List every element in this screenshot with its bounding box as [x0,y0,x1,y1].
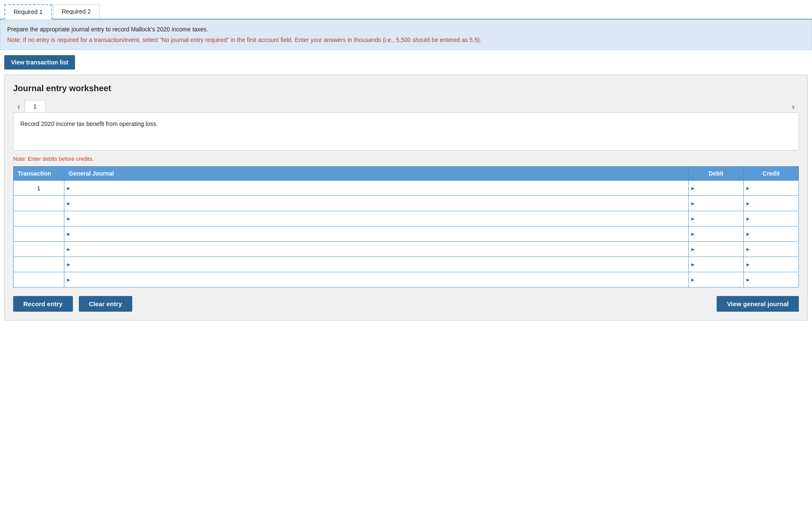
dropdown-arrow-icon: ► [689,246,697,252]
debit-input[interactable] [697,260,743,270]
dropdown-arrow-icon: ► [744,201,752,207]
debit-input[interactable] [697,275,743,285]
transaction-cell: 1 [14,181,64,196]
dropdown-arrow-icon: ► [64,201,73,207]
dropdown-arrow-icon: ► [744,246,752,252]
general-journal-cell[interactable]: ► [64,242,689,257]
general-journal-cell[interactable]: ► [64,196,689,211]
debit-input[interactable] [697,229,743,239]
transaction-cell [14,211,64,226]
credit-cell[interactable]: ► [744,257,799,272]
dropdown-arrow-icon: ► [689,277,697,283]
bottom-buttons: Record entry Clear entry View general jo… [13,296,799,312]
credit-input[interactable] [752,198,798,209]
transaction-cell [14,257,64,272]
transaction-cell [14,272,64,288]
dropdown-arrow-icon: ► [689,216,697,222]
transaction-cell [14,226,64,242]
credit-cell[interactable]: ► [744,196,799,211]
transaction-cell [14,196,64,211]
general-journal-cell[interactable]: ► [64,226,689,242]
dropdown-arrow-icon: ► [744,185,752,191]
credit-input[interactable] [752,275,798,285]
debit-input[interactable] [697,198,743,209]
dropdown-arrow-icon: ► [64,231,73,237]
dropdown-arrow-icon: ► [689,231,697,237]
table-row: 1►►► [14,181,799,196]
dropdown-arrow-icon: ► [64,185,73,191]
dropdown-arrow-icon: ► [744,262,752,268]
credit-input[interactable] [752,183,798,193]
card-tab-1: 1 [25,100,46,112]
general-journal-cell[interactable]: ► [64,272,689,288]
next-card-button[interactable]: › [787,101,799,112]
debit-input[interactable] [697,244,743,254]
clear-entry-button[interactable]: Clear entry [79,296,132,312]
dropdown-arrow-icon: ► [744,216,752,222]
credit-cell[interactable]: ► [744,211,799,226]
debit-cell[interactable]: ► [689,181,744,196]
general-journal-input[interactable] [73,198,688,209]
tabs-container: Required 1 Required 2 [0,0,812,20]
table-row: ►►► [14,211,799,226]
credit-cell[interactable]: ► [744,272,799,288]
worksheet-title: Journal entry worksheet [13,84,799,93]
dropdown-arrow-icon: ► [64,216,73,222]
entry-description: Record 2020 income tax benefit from oper… [13,112,799,151]
general-journal-input[interactable] [73,183,688,193]
info-main-text: Prepare the appropriate journal entry to… [7,25,805,34]
debit-cell[interactable]: ► [689,196,744,211]
general-journal-input[interactable] [73,229,688,239]
info-box: Prepare the appropriate journal entry to… [0,20,812,50]
info-note-text: Note: If no entry is required for a tran… [7,36,805,45]
debit-input[interactable] [697,214,743,224]
tab-required-2[interactable]: Required 2 [53,4,100,19]
table-row: ►►► [14,257,799,272]
general-journal-input[interactable] [73,275,688,285]
credit-cell[interactable]: ► [744,181,799,196]
credit-input[interactable] [752,214,798,224]
tab-required-1[interactable]: Required 1 [4,4,52,20]
col-general-journal: General Journal [64,167,689,181]
view-general-journal-button[interactable]: View general journal [717,296,799,312]
worksheet-container: Journal entry worksheet ‹ 1 › Record 202… [4,75,808,321]
dropdown-arrow-icon: ► [64,262,73,268]
col-debit: Debit [689,167,744,181]
dropdown-arrow-icon: ► [64,277,73,283]
transaction-cell [14,242,64,257]
table-row: ►►► [14,242,799,257]
record-entry-button[interactable]: Record entry [13,296,73,312]
general-journal-cell[interactable]: ► [64,257,689,272]
credit-cell[interactable]: ► [744,242,799,257]
dropdown-arrow-icon: ► [744,231,752,237]
credit-cell[interactable]: ► [744,226,799,242]
debit-input[interactable] [697,183,743,193]
card-nav: ‹ 1 › [13,100,799,112]
debit-cell[interactable]: ► [689,242,744,257]
prev-card-button[interactable]: ‹ [13,101,25,112]
col-transaction: Transaction [14,167,64,181]
dropdown-arrow-icon: ► [689,262,697,268]
general-journal-input[interactable] [73,244,688,254]
general-journal-input[interactable] [73,214,688,224]
debit-cell[interactable]: ► [689,211,744,226]
view-transaction-button[interactable]: View transaction list [4,55,75,70]
table-row: ►►► [14,226,799,242]
credit-input[interactable] [752,244,798,254]
table-row: ►►► [14,272,799,288]
credit-input[interactable] [752,229,798,239]
debit-cell[interactable]: ► [689,226,744,242]
credit-input[interactable] [752,260,798,270]
col-credit: Credit [744,167,799,181]
table-row: ►►► [14,196,799,211]
dropdown-arrow-icon: ► [64,246,73,252]
journal-table: Transaction General Journal Debit Credit… [13,166,799,288]
dropdown-arrow-icon: ► [744,277,752,283]
dropdown-arrow-icon: ► [689,201,697,207]
debit-cell[interactable]: ► [689,257,744,272]
debit-cell[interactable]: ► [689,272,744,288]
dropdown-arrow-icon: ► [689,185,697,191]
general-journal-cell[interactable]: ► [64,211,689,226]
general-journal-cell[interactable]: ► [64,181,689,196]
general-journal-input[interactable] [73,260,688,270]
